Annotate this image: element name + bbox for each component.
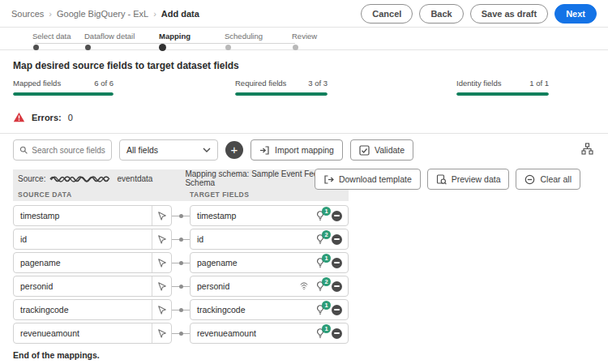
target-field-box[interactable]: pagename 1 [190, 252, 349, 273]
mapping-hierarchy-toggle[interactable] [580, 141, 595, 159]
wizard-step-scheduling[interactable]: Scheduling [225, 32, 263, 41]
step-label: Select data [32, 32, 71, 41]
page-title: Map desired source fields to target data… [0, 50, 608, 76]
validate-button[interactable]: Validate [350, 139, 413, 161]
step-dot [159, 44, 166, 51]
search-field [13, 139, 112, 161]
select-field-button[interactable] [152, 229, 171, 249]
target-field-box[interactable]: trackingcode 1 [190, 299, 349, 320]
add-mapping-button[interactable]: + [225, 141, 243, 159]
remove-mapping-button[interactable] [332, 305, 342, 315]
clear-all-icon [525, 174, 535, 185]
hierarchy-icon [581, 143, 593, 155]
mapping-connector [172, 285, 190, 289]
wizard-step-mapping[interactable]: Mapping [159, 32, 191, 41]
mapping-area: Source: eventdata Mapping schema: Sample… [0, 166, 608, 344]
progress-bar [13, 92, 113, 96]
remove-mapping-button[interactable] [332, 234, 342, 245]
cancel-button[interactable]: Cancel [361, 4, 413, 24]
back-button[interactable]: Back [419, 4, 463, 24]
source-field-box[interactable]: timestamp [13, 205, 172, 226]
minus-icon [334, 238, 340, 240]
step-label: Review [292, 32, 317, 41]
download-template-button[interactable]: Download template [315, 169, 421, 190]
mapped-fields-progress: Mapped fields 6 of 6 [13, 79, 113, 96]
progress-label: Required fields [235, 79, 286, 88]
mapping-connector [172, 332, 190, 336]
fields-filter-select[interactable]: All fields [119, 139, 218, 161]
subheader-actions: Download template Preview data Clear all [315, 169, 580, 190]
source-field-name: pagename [14, 253, 152, 272]
target-field-name: timestamp [191, 211, 315, 221]
breadcrumb-item-connection[interactable]: Google BigQuery - ExL [57, 9, 148, 19]
preview-data-button[interactable]: Preview data [427, 169, 510, 190]
map-cursor-icon [157, 211, 167, 221]
target-field-box[interactable]: timestamp 1 [190, 205, 349, 226]
select-field-button[interactable] [152, 300, 171, 319]
select-field-button[interactable] [152, 253, 171, 272]
select-field-button[interactable] [152, 276, 171, 296]
next-button[interactable]: Next [554, 4, 597, 24]
source-field-box[interactable]: id [13, 229, 172, 250]
progress-count: 1 of 1 [529, 79, 549, 88]
remove-mapping-button[interactable] [332, 258, 342, 268]
wizard-step-dataflow-detail[interactable]: Dataflow detail [84, 32, 135, 41]
suggestion-bulb-button[interactable]: 1 [315, 258, 325, 268]
mapping-connector [172, 238, 190, 242]
suggestion-count-badge: 1 [322, 254, 331, 263]
search-input[interactable] [32, 146, 105, 155]
progress-label: Identity fields [456, 79, 501, 88]
target-field-box[interactable]: personid 2 [190, 276, 349, 297]
wizard-step-select-data[interactable]: Select data [32, 32, 71, 41]
errors-count: 0 [68, 113, 73, 122]
breadcrumb-separator: › [153, 9, 156, 19]
target-field-box[interactable]: id 2 [190, 229, 349, 250]
clear-all-button[interactable]: Clear all [516, 169, 580, 190]
source-field-name: id [14, 229, 152, 249]
source-field-box[interactable]: trackingcode [13, 299, 172, 320]
source-field-box[interactable]: revenueamount [13, 323, 172, 344]
save-as-draft-button[interactable]: Save as draft [470, 4, 548, 24]
source-field-name: personid [14, 276, 152, 296]
suggestion-bulb-button[interactable]: 1 [315, 211, 325, 221]
search-icon [19, 145, 28, 155]
import-mapping-button[interactable]: Import mapping [250, 139, 343, 161]
end-of-mappings-text: End of the mappings. [13, 350, 608, 360]
top-bar: Sources › Google BigQuery - ExL › Add da… [0, 0, 608, 28]
suggestion-count-badge: 2 [322, 277, 331, 286]
target-field-box[interactable]: revenueamount 1 [190, 323, 349, 344]
mapping-connector [172, 308, 190, 312]
source-suffix: eventdata [117, 174, 152, 183]
source-prefix: Source: [18, 174, 45, 183]
validate-label: Validate [375, 145, 405, 155]
suggestion-bulb-button[interactable]: 2 [315, 281, 325, 291]
preview-data-label: Preview data [452, 174, 501, 184]
wizard-step-review[interactable]: Review [292, 32, 317, 41]
select-field-button[interactable] [152, 323, 171, 343]
mapping-rows: timestamp timestamp [13, 205, 595, 344]
mapping-connector [172, 214, 190, 218]
suggestion-bulb-button[interactable]: 1 [315, 305, 325, 315]
breadcrumb-separator: › [49, 9, 52, 19]
suggestion-bulb-button[interactable]: 1 [315, 328, 325, 338]
target-field-name: pagename [191, 258, 315, 268]
step-label: Scheduling [225, 32, 263, 41]
remove-mapping-button[interactable] [332, 328, 342, 339]
breadcrumb-item-sources[interactable]: Sources [11, 9, 44, 19]
mapping-row: revenueamount revenueamount [13, 323, 595, 344]
remove-mapping-button[interactable] [332, 281, 342, 292]
target-field-name: revenueamount [191, 328, 315, 338]
source-field-box[interactable]: pagename [13, 252, 172, 273]
source-dataset-label: Source: eventdata [13, 174, 183, 183]
progress-bar [456, 92, 549, 96]
remove-mapping-button[interactable] [332, 211, 342, 221]
wizard-steps: Select data Dataflow detail Mapping Sche… [0, 28, 608, 50]
select-field-button[interactable] [152, 206, 171, 225]
minus-icon [334, 309, 340, 310]
mapping-summary-section: Map desired source fields to target data… [0, 50, 608, 134]
suggestion-bulb-button[interactable]: 2 [315, 234, 325, 244]
import-mapping-label: Import mapping [275, 145, 334, 155]
clear-all-label: Clear all [540, 174, 572, 184]
mapping-connector [172, 261, 190, 265]
source-field-box[interactable]: personid [13, 276, 172, 297]
